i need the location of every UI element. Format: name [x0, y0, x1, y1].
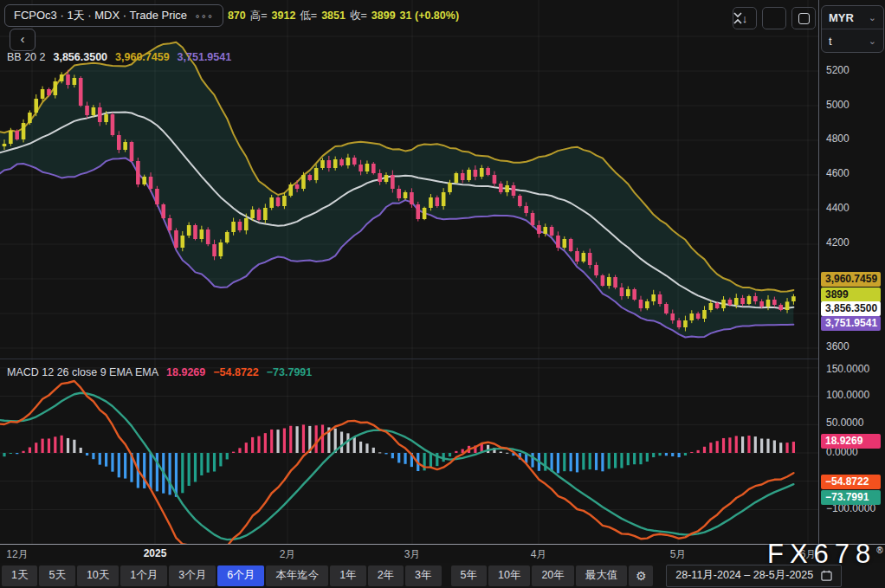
macd-signal-value: −73.7991 [267, 366, 312, 378]
range-button-ytd[interactable]: 本年迄今 [266, 565, 328, 586]
range-button-5d[interactable]: 5天 [39, 565, 74, 586]
symbol-title: FCPOc3 · 1天 · MDX · Trade Price [14, 8, 187, 23]
macd-hist-badge: 18.9269 [821, 434, 881, 449]
maximize-icon [798, 13, 810, 24]
macd-line-badge: −54.8722 [821, 475, 881, 489]
last-price-badge: 3899 [821, 288, 881, 302]
bb-upper-badge: 3,960.7459 [821, 272, 881, 287]
price-tick-4200: 4200 [826, 236, 849, 249]
ohlc-readout: 870 高=3912 低=3851 收=3899 31 (+0.80%) [228, 9, 459, 23]
high-label: 高= [250, 9, 268, 23]
macd-tick-50.0000: 50.0000 [826, 417, 863, 429]
price-tick-5200: 5200 [826, 64, 849, 76]
bb-legend: BB 20 2 3,856.3500 3,960.7459 3,751.9541 [7, 51, 231, 63]
range-button-6m[interactable]: 6个月 [217, 565, 264, 586]
high-value: 3912 [272, 10, 296, 22]
time-label-4月: 4月 [531, 547, 547, 562]
more-options-icon[interactable]: ∘∘∘ [195, 11, 214, 21]
bb-title: BB 20 2 [7, 51, 45, 63]
currency-value: MYR [829, 11, 854, 24]
chart-legend: FCPOc3 · 1天 · MDX · Trade Price ∘∘∘ 870 … [4, 4, 459, 27]
range-button-max[interactable]: 最大值 [576, 565, 628, 586]
macd-signal-badge: −73.7991 [821, 490, 881, 505]
maximize-pane-button[interactable] [791, 7, 816, 29]
low-label: 低= [300, 9, 317, 23]
time-label-12月: 12月 [6, 547, 28, 562]
calendar-icon [821, 570, 832, 581]
bb-basis-value: 3,856.3500 [53, 51, 107, 63]
date-range-picker[interactable]: 28-11月-2024 – 28-5月-2025 [666, 565, 842, 587]
macd-pane[interactable] [0, 359, 818, 544]
low-value: 3851 [321, 10, 346, 22]
close-value: 3899 [371, 10, 396, 22]
price-tick-4800: 4800 [826, 132, 849, 145]
time-label-2025: 2025 [144, 547, 167, 559]
range-button-5y[interactable]: 5年 [451, 565, 487, 586]
time-label-3月: 3月 [404, 547, 421, 562]
range-button-3y[interactable]: 3年 [405, 565, 441, 586]
macd-tick-100.0000: 100.0000 [826, 389, 869, 401]
change-value: 31 (+0.80%) [400, 10, 459, 22]
back-button[interactable]: ‹ [10, 29, 36, 51]
collapse-pane-button[interactable] [762, 7, 786, 29]
range-button-10y[interactable]: 10年 [488, 565, 530, 586]
macd-tick-150.0000: 150.0000 [826, 363, 869, 375]
price-tick-3600: 3600 [826, 340, 849, 352]
chevron-left-icon: ‹ [21, 31, 25, 46]
price-tick-5000: 5000 [826, 99, 849, 111]
unit-value: t [829, 35, 832, 48]
macd-line-value: −54.8722 [213, 366, 258, 378]
chevron-down-icon: ⌄ [869, 36, 876, 47]
unit-dropdown[interactable]: t ⌄ [822, 29, 883, 52]
price-axis[interactable]: MYR ⌄ t ⌄ 520050004800460044004200360015… [818, 0, 885, 544]
chevron-down-icon: ⌄ [869, 12, 876, 23]
price-tick-4600: 4600 [826, 167, 849, 179]
macd-title: MACD 12 26 close 9 EMA EMA [7, 366, 158, 378]
bb-lower-value: 3,751.9541 [178, 51, 232, 63]
settings-button[interactable]: ⚙ [629, 565, 653, 586]
currency-unit-panel: MYR ⌄ t ⌄ [821, 5, 884, 53]
range-button-1m[interactable]: 1个月 [120, 565, 167, 586]
range-toolbar: 1天5天10天1个月3个月6个月本年迄今1年2年3年5年10年20年最大值⚙28… [0, 563, 885, 588]
range-button-1d[interactable]: 1天 [2, 565, 37, 586]
open-value: 870 [228, 10, 246, 22]
range-button-3m[interactable]: 3个月 [169, 565, 216, 586]
range-button-20y[interactable]: 20年 [532, 565, 573, 586]
time-label-5月: 5月 [670, 547, 687, 562]
trading-chart-app: FCPOc3 · 1天 · MDX · Trade Price ∘∘∘ 870 … [0, 0, 885, 588]
bb-lower-badge: 3,751.9541 [821, 316, 881, 331]
pane-controls: ↓ [733, 7, 816, 29]
macd-hist-value: 18.9269 [166, 366, 205, 378]
currency-dropdown[interactable]: MYR ⌄ [822, 6, 883, 29]
symbol-selector[interactable]: FCPOc3 · 1天 · MDX · Trade Price ∘∘∘ [4, 4, 223, 27]
time-axis[interactable]: 12月20252月3月4月5月6月 [0, 544, 885, 564]
date-range-value: 28-11月-2024 – 28-5月-2025 [675, 568, 813, 583]
axis-corner-divider [818, 545, 819, 564]
gear-icon: ⚙ [636, 569, 647, 583]
range-button-10d[interactable]: 10天 [77, 565, 119, 586]
close-label: 收= [350, 9, 367, 23]
chart-area[interactable]: FCPOc3 · 1天 · MDX · Trade Price ∘∘∘ 870 … [0, 0, 818, 544]
bb-upper-value: 3,960.7459 [115, 51, 170, 63]
collapse-icon [733, 12, 743, 24]
macd-legend: MACD 12 26 close 9 EMA EMA 18.9269 −54.8… [7, 366, 312, 378]
range-button-2y[interactable]: 2年 [368, 565, 404, 586]
range-button-1y[interactable]: 1年 [330, 565, 365, 586]
bb-basis-badge: 3,856.3500 [821, 301, 881, 316]
price-tick-4400: 4400 [826, 202, 849, 214]
time-label-6月: 6月 [800, 547, 817, 562]
time-label-2月: 2月 [280, 547, 296, 562]
pane-divider[interactable] [0, 359, 818, 359]
